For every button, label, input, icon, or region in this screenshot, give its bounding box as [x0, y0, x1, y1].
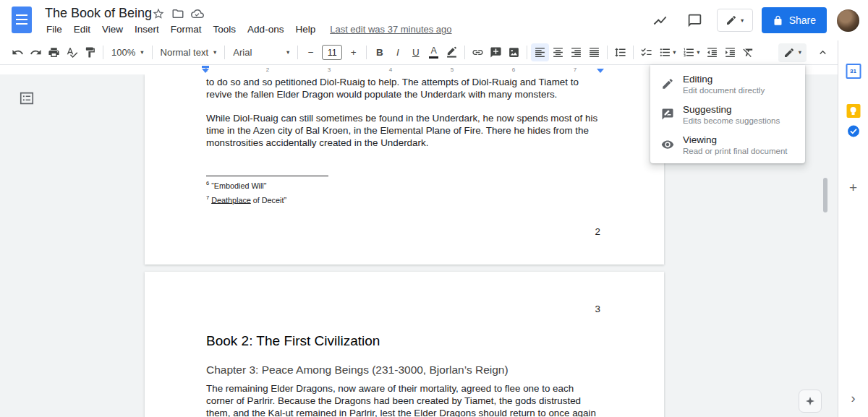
last-edit-link[interactable]: Last edit was 37 minutes ago — [330, 24, 451, 35]
menu-file[interactable]: File — [41, 22, 68, 36]
underline-button[interactable]: U — [407, 43, 425, 61]
text-color-bar — [429, 56, 438, 59]
keep-icon[interactable] — [846, 104, 860, 118]
spellcheck-button[interactable] — [63, 43, 81, 61]
clear-formatting-button[interactable] — [739, 43, 757, 61]
menu-addons[interactable]: Add-ons — [242, 22, 289, 36]
toolbar-separator — [103, 46, 103, 59]
page-3[interactable]: 3 Book 2: The First Civilization Chapter… — [145, 272, 664, 417]
decrease-indent-button[interactable] — [703, 43, 721, 61]
menu-format[interactable]: Format — [165, 22, 208, 36]
suggest-icon — [661, 108, 674, 121]
redo-button[interactable] — [27, 43, 45, 61]
font-size-value[interactable]: 11 — [322, 45, 342, 60]
avatar[interactable] — [837, 9, 859, 32]
show-outline-icon[interactable] — [19, 90, 35, 106]
paint-format-button[interactable] — [81, 43, 99, 61]
eye-icon — [661, 138, 674, 151]
page-number[interactable]: 2 — [206, 226, 600, 237]
menu-item-text: Suggesting Edits become suggestions — [683, 104, 780, 125]
editing-mode-menu: Editing Edit document directly Suggestin… — [650, 65, 805, 163]
menu-view[interactable]: View — [96, 22, 129, 36]
share-label: Share — [789, 14, 816, 26]
align-left-button[interactable] — [531, 43, 549, 61]
vertical-scrollbar[interactable] — [823, 178, 827, 212]
menu-tools[interactable]: Tools — [208, 22, 242, 36]
calendar-icon[interactable]: 31 — [846, 64, 861, 79]
decrease-font-size-button[interactable]: − — [302, 43, 320, 61]
hide-side-panel-icon[interactable]: › — [851, 392, 856, 405]
align-justify-button[interactable] — [585, 43, 603, 61]
menu-item-description: Edits become suggestions — [683, 116, 780, 125]
explore-star-icon — [804, 395, 816, 407]
document-title[interactable]: The Book of Being — [45, 6, 152, 21]
text-color-icon: A — [429, 46, 438, 59]
footnote-divider — [206, 176, 328, 176]
menu-item-text: Editing Edit document directly — [683, 74, 765, 95]
text-color-button[interactable]: A — [425, 43, 443, 61]
menu-item-viewing[interactable]: Viewing Read or print final document — [650, 129, 805, 160]
docs-logo-icon[interactable] — [12, 7, 32, 33]
line-spacing-button[interactable] — [611, 43, 629, 61]
increase-font-size-button[interactable]: + — [344, 43, 362, 61]
explore-button[interactable] — [799, 390, 822, 413]
editing-mode-button[interactable]: ▾ — [778, 43, 807, 62]
bulleted-list-button[interactable]: ▾ — [655, 43, 679, 61]
insert-image-button[interactable] — [505, 43, 523, 61]
chevron-down-icon: ▾ — [741, 17, 744, 24]
menubar: File Edit View Insert Format Tools Add-o… — [41, 22, 452, 36]
paragraph-style-value: Normal text — [161, 47, 208, 58]
chevron-down-icon: ▾ — [140, 49, 143, 56]
toolbar-separator — [633, 46, 634, 59]
add-comment-button[interactable] — [487, 43, 505, 61]
menu-item-editing[interactable]: Editing Edit document directly — [650, 69, 805, 99]
comments-icon[interactable] — [682, 7, 708, 33]
italic-button[interactable]: I — [388, 43, 407, 61]
ruler-mark: 5 — [451, 66, 454, 73]
bold-button[interactable]: B — [370, 43, 388, 61]
mode-dropdown-button[interactable]: ▾ — [717, 9, 753, 32]
heading-chapter-3[interactable]: Chapter 3: Peace Among Beings (231-3000,… — [206, 364, 600, 377]
page-2[interactable]: to do so and so petitioned Diol-Ruaig to… — [145, 74, 664, 265]
cloud-saved-icon[interactable] — [191, 7, 204, 23]
paragraph[interactable]: The remaining Elder Dragons, now aware o… — [206, 382, 600, 417]
right-indent-marker[interactable] — [597, 69, 604, 73]
paragraph-style-select[interactable]: Normal text ▾ — [156, 43, 221, 61]
menu-item-description: Edit document directly — [683, 86, 765, 95]
align-center-button[interactable] — [549, 43, 567, 61]
heading-book-2[interactable]: Book 2: The First Civilization — [206, 333, 600, 349]
title-actions — [152, 7, 204, 23]
first-line-indent-marker[interactable] — [202, 66, 209, 68]
numbered-list-button[interactable]: ▾ — [679, 43, 703, 61]
menu-item-suggesting[interactable]: Suggesting Edits become suggestions — [650, 99, 805, 129]
print-button[interactable] — [45, 43, 63, 61]
toolbar-separator — [297, 46, 298, 59]
share-button[interactable]: Share — [762, 7, 827, 33]
checklist-button[interactable] — [637, 43, 655, 61]
insert-link-button[interactable] — [469, 43, 487, 61]
menu-edit[interactable]: Edit — [68, 22, 96, 36]
chevron-down-icon: ▾ — [286, 49, 289, 56]
undo-button[interactable] — [9, 43, 27, 61]
add-addon-icon[interactable]: + — [849, 181, 857, 194]
zoom-select[interactable]: 100% ▾ — [107, 43, 148, 61]
document-activity-icon[interactable] — [647, 7, 673, 33]
left-indent-marker[interactable] — [202, 69, 209, 73]
highlight-color-button[interactable] — [443, 43, 461, 61]
menu-help[interactable]: Help — [289, 22, 321, 36]
page-2-content: to do so and so petitioned Diol-Ruaig to… — [145, 74, 664, 237]
move-to-folder-icon[interactable] — [171, 7, 184, 23]
menu-insert[interactable]: Insert — [129, 22, 165, 36]
increase-indent-button[interactable] — [721, 43, 739, 61]
paragraph[interactable]: to do so and so petitioned Diol-Ruaig to… — [206, 76, 600, 100]
footnote-7[interactable]: 7 Deathplace of Deceit” — [206, 193, 600, 205]
font-select[interactable]: Arial ▾ — [229, 43, 294, 61]
page-number[interactable]: 3 — [206, 304, 600, 314]
tasks-icon[interactable] — [846, 124, 860, 138]
paragraph[interactable]: While Diol-Ruaig can still sometimes be … — [206, 112, 600, 149]
footnote-6[interactable]: 6 “Embodied Will” — [206, 179, 600, 191]
align-right-button[interactable] — [567, 43, 585, 61]
star-icon[interactable] — [152, 7, 165, 23]
chevron-down-icon: ▾ — [213, 49, 216, 56]
collapse-toolbar-button[interactable] — [814, 43, 832, 61]
